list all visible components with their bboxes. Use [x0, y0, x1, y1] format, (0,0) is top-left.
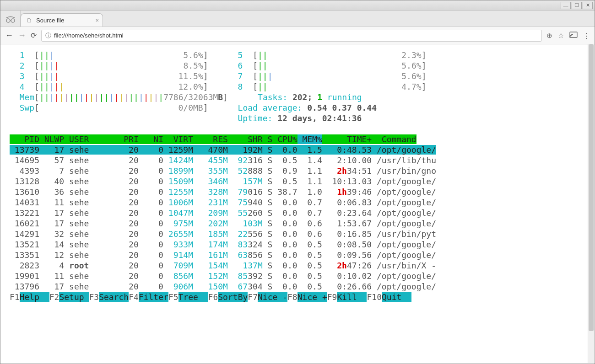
forward-button[interactable]: →: [18, 31, 26, 40]
browser-tab[interactable]: 🗋 Source file ×: [21, 13, 103, 27]
back-button[interactable]: ←: [5, 31, 13, 40]
page-content: 1 [||| 5.6%] 5 [|| 2.3%] 2 [|||| 8.5%] 6…: [0, 44, 595, 364]
incognito-icon: [0, 11, 21, 27]
menu-icon[interactable]: ⋮: [583, 32, 590, 40]
navbar: ← → ⟳ ⓘ file:///home/sehe/shot.html ⊕ ☆ …: [0, 27, 595, 44]
window-titlebar: — ☐ ✕: [0, 0, 595, 11]
info-icon: ⓘ: [45, 32, 51, 40]
browser-window: — ☐ ✕ 🗋 Source file × ← → ⟳ ⓘ file:///ho…: [0, 0, 595, 364]
bookmark-icon[interactable]: ☆: [558, 32, 564, 40]
window-min-button[interactable]: —: [561, 2, 571, 9]
htop-output: 1 [||| 5.6%] 5 [|| 2.3%] 2 [|||| 8.5%] 6…: [10, 50, 585, 302]
scrollbar-vertical[interactable]: [588, 44, 594, 363]
scrollbar-thumb[interactable]: [589, 44, 594, 331]
nav-right-icons: ⊕ ☆ ⋮: [546, 32, 590, 40]
zoom-icon[interactable]: ⊕: [546, 32, 552, 40]
reload-button[interactable]: ⟳: [31, 31, 37, 40]
tab-close-icon[interactable]: ×: [95, 17, 99, 24]
window-max-button[interactable]: ☐: [572, 2, 582, 9]
window-close-button[interactable]: ✕: [583, 2, 593, 9]
cast-icon[interactable]: [569, 32, 578, 39]
tab-strip: 🗋 Source file ×: [0, 11, 595, 27]
svg-point-0: [6, 19, 10, 22]
tab-title: Source file: [36, 17, 64, 24]
address-text: file:///home/sehe/shot.html: [54, 32, 124, 39]
address-bar[interactable]: ⓘ file:///home/sehe/shot.html: [41, 30, 542, 42]
page-icon: 🗋: [27, 17, 32, 24]
svg-point-1: [11, 19, 15, 22]
